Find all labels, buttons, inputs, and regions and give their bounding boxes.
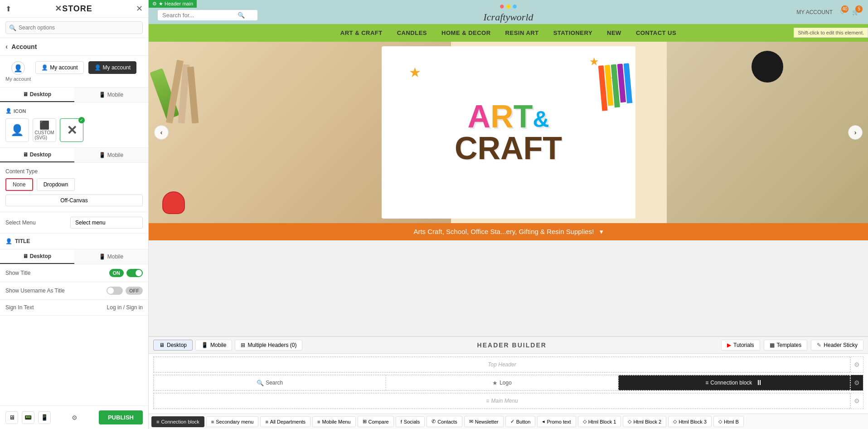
star-icon-2: ★ — [589, 55, 599, 68]
tab-newsletter[interactable]: ✉ Newsletter — [464, 416, 504, 427]
account-section-title[interactable]: ‹ Account — [0, 38, 148, 56]
desktop-toggle-btn-2[interactable]: 🖥 Desktop — [0, 148, 74, 162]
icon-option-custom-svg[interactable]: ⬛ CUSTOM(SVG) — [33, 118, 56, 142]
tab-secondary-icon: ≡ — [211, 419, 214, 424]
tab-socials[interactable]: f Socials — [396, 416, 425, 427]
publish-button[interactable]: PUBLISH — [99, 410, 143, 424]
tab-promo-text[interactable]: ◂ Promo text — [537, 416, 576, 427]
tab-html-block-2[interactable]: ◇ Html Block 2 — [623, 416, 666, 427]
header-badge-label: ★ Header main — [159, 1, 193, 7]
desktop-mobile-toggle-3: 🖥 Desktop 📱 Mobile — [0, 249, 148, 264]
content-type-none-btn[interactable]: None — [5, 178, 33, 191]
monitor-icon[interactable]: 🖥 — [5, 411, 18, 424]
desktop-toggle-btn-3[interactable]: 🖥 Desktop — [0, 249, 74, 264]
tab-html-b[interactable]: ◇ Html B — [713, 416, 744, 427]
builder-desktop-btn[interactable]: 🖥 Desktop — [153, 340, 193, 351]
tab-compare-label: Compare — [369, 419, 389, 424]
icon-option-x[interactable]: ✓ ✕ — [60, 118, 83, 142]
my-account-label[interactable]: MY ACCOUNT — [796, 9, 833, 15]
content-type-offcanvas-btn[interactable]: Off-Canvas — [5, 195, 143, 206]
select-menu-dropdown[interactable]: Select menu — [70, 217, 143, 229]
store-logo-text: Icraftyworld — [484, 11, 533, 23]
mobile-toggle-btn-3[interactable]: 📱 Mobile — [74, 249, 149, 264]
tab-mobile-menu[interactable]: ≡ Mobile Menu — [312, 416, 355, 427]
selected-check-badge: ✓ — [78, 117, 85, 123]
mobile-toggle-btn-1[interactable]: 📱 Mobile — [74, 88, 149, 102]
nav-item-candles[interactable]: CANDLES — [397, 29, 427, 36]
header-sticky-btn[interactable]: ✎ Header Sticky — [811, 340, 863, 351]
top-header-cell[interactable]: Top Header — [154, 357, 850, 372]
wishlist-badge[interactable]: ♡ 40 — [840, 9, 845, 15]
select-menu-label: Select Menu — [5, 219, 36, 226]
builder-mobile-btn[interactable]: 📱 Mobile — [195, 340, 232, 351]
tutorials-icon: ▶ — [727, 342, 731, 348]
section-title-label: Account — [11, 43, 37, 50]
templates-btn[interactable]: ▦ Templates — [764, 340, 808, 351]
main-menu-settings[interactable]: ⚙ — [850, 393, 863, 409]
store-nav: ART & CRAFT CANDLES HOME & DECOR RESIN A… — [149, 24, 868, 42]
tab-all-departments[interactable]: ≡ All Departments — [260, 416, 310, 427]
hero-center-card: ★ ★ ★ ART& CRAFT — [382, 46, 635, 219]
nav-item-art-craft[interactable]: ART & CRAFT — [340, 29, 383, 36]
tab-promo-icon: ◂ — [542, 419, 545, 424]
cart-badge[interactable]: 🛒 5 — [852, 9, 859, 15]
show-username-toggle[interactable]: OFF — [107, 287, 143, 295]
nav-item-contact-us[interactable]: CONTACT US — [636, 29, 676, 36]
store-search-bar[interactable]: 🔍 — [158, 10, 257, 20]
builder-multiple-headers-btn[interactable]: ⊞ Multiple Headers (0) — [235, 340, 302, 351]
title-section-header: 👤 TITLE — [0, 234, 148, 249]
icon-options: 👤 ⬛ CUSTOM(SVG) ✓ ✕ — [5, 118, 143, 142]
mobile-icon-3: 📱 — [99, 253, 106, 260]
desktop-toggle-btn-1[interactable]: 🖥 Desktop — [0, 88, 74, 102]
tab-contacts[interactable]: ✆ Contacts — [427, 416, 462, 427]
tab-connection-block[interactable]: ≡ Connection block — [151, 416, 204, 427]
desktop-view-icon: 🖥 — [159, 342, 165, 348]
tab-html2-icon: ◇ — [628, 419, 631, 424]
show-title-toggle[interactable]: ON — [109, 269, 143, 277]
tab-connection-label: Connection block — [161, 419, 199, 424]
nav-item-resin-art[interactable]: RESIN ART — [505, 29, 539, 36]
desktop-mobile-toggle-1: 🖥 Desktop 📱 Mobile — [0, 88, 148, 102]
main-menu-cell[interactable]: ≡ Main Menu — [154, 393, 850, 409]
search-cell[interactable]: 🔍 Search — [154, 375, 386, 390]
show-title-on-label: ON — [109, 269, 124, 277]
tab-html1-label: Html Block 1 — [588, 419, 616, 424]
show-title-pill[interactable] — [126, 269, 143, 277]
tab-button[interactable]: ✓ Button — [505, 416, 536, 427]
hero-prev-button[interactable]: ‹ — [154, 125, 169, 140]
tab-html3-icon: ◇ — [673, 419, 677, 424]
nav-item-new[interactable]: NEW — [607, 29, 621, 36]
tab-html-block-3[interactable]: ◇ Html Block 3 — [668, 416, 712, 427]
upload-icon[interactable]: ⬆ — [5, 5, 11, 13]
account-preview-dark[interactable]: 👤 My account — [88, 61, 136, 82]
show-username-pill[interactable] — [107, 287, 123, 295]
account-preview-plain[interactable]: 👤 My account — [5, 61, 31, 82]
phone-icon[interactable]: 📱 — [38, 411, 51, 424]
main-header-settings[interactable]: ⚙ — [850, 375, 863, 390]
connection-block-cell[interactable]: ≡ Connection block ⏸ — [618, 375, 850, 390]
tutorials-btn[interactable]: ▶ Tutorials — [721, 340, 760, 351]
panel-bottom: 🖥 📟 📱 ⚙ PUBLISH — [0, 405, 148, 429]
tab-compare[interactable]: ⊞ Compare — [358, 416, 394, 427]
account-preview-outlined[interactable]: 👤 My account — [35, 61, 83, 82]
settings-gear-icon[interactable]: ⚙ — [68, 411, 81, 424]
top-header-settings[interactable]: ⚙ — [850, 357, 863, 372]
panel-logo: ✕STORE — [55, 4, 92, 14]
store-search-input[interactable] — [162, 12, 235, 19]
account-btn-outlined[interactable]: 👤 My account — [35, 61, 83, 74]
nav-item-home-decor[interactable]: HOME & DECOR — [441, 29, 491, 36]
tablet-icon[interactable]: 📟 — [22, 411, 34, 424]
content-type-dropdown-btn[interactable]: Dropdown — [37, 178, 75, 191]
search-options-input[interactable] — [5, 21, 143, 34]
tab-html-block-1[interactable]: ◇ Html Block 1 — [578, 416, 621, 427]
account-label-plain: My account — [5, 76, 31, 82]
hero-next-button[interactable]: › — [848, 125, 863, 140]
tab-secondary-menu[interactable]: ≡ Secondary menu — [206, 416, 259, 427]
icon-option-default[interactable]: 👤 — [5, 118, 29, 142]
logo-cell[interactable]: ★ Logo — [386, 375, 618, 390]
account-btn-dark[interactable]: 👤 My account — [88, 61, 136, 74]
nav-item-stationery[interactable]: STATIONERY — [553, 29, 592, 36]
account-label-dark: My account — [103, 64, 131, 71]
close-panel-icon[interactable]: ✕ — [136, 4, 143, 14]
mobile-toggle-btn-2[interactable]: 📱 Mobile — [74, 148, 149, 162]
